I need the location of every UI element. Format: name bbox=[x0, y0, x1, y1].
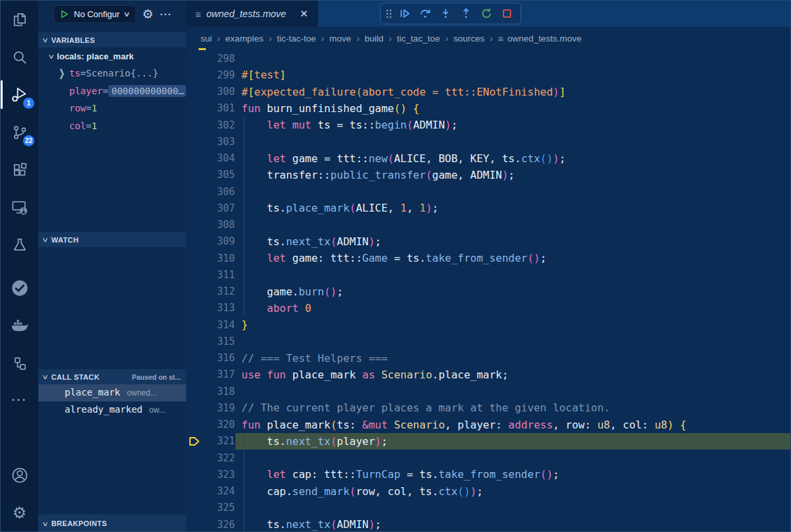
code-line[interactable]: 299#[test] bbox=[186, 67, 790, 83]
step-into-button[interactable] bbox=[436, 4, 455, 23]
breadcrumb-item[interactable]: owned_tests.move bbox=[507, 34, 582, 44]
code-line[interactable]: 307 ts.place_mark(ALICE, 1, 1); bbox=[186, 200, 790, 216]
variables-scope-row[interactable]: ∨ locals: place_mark bbox=[38, 47, 186, 65]
code-line[interactable]: 305 transfer::public_transfer(game, ADMI… bbox=[186, 167, 790, 183]
debug-more-actions-icon[interactable]: ··· bbox=[160, 9, 172, 20]
call-stack-section-header[interactable]: ∨ CALL STACK Paused on st... bbox=[38, 369, 186, 384]
line-number[interactable]: 305 bbox=[186, 169, 235, 181]
line-number[interactable]: 318 bbox=[186, 386, 235, 398]
code-line[interactable]: 306 bbox=[186, 183, 790, 200]
line-number[interactable]: 311 bbox=[186, 269, 235, 281]
line-number[interactable]: 314 bbox=[186, 319, 235, 331]
code-line[interactable]: 304 let game = ttt::new(ALICE, BOB, KEY,… bbox=[186, 150, 790, 167]
line-number[interactable]: 307 bbox=[186, 202, 235, 214]
launch-config-dropdown[interactable]: No Configur ∨ bbox=[53, 5, 136, 23]
code-line[interactable]: 321 ts.next_tx(player); bbox=[186, 433, 790, 450]
code-line[interactable]: 315 bbox=[186, 333, 790, 349]
code-line[interactable]: 319// The current player places a mark a… bbox=[186, 399, 790, 416]
line-number[interactable]: 300 bbox=[186, 86, 235, 98]
variables-section-header[interactable]: ∨ VARIABLES bbox=[38, 32, 186, 47]
remote-explorer-icon[interactable] bbox=[1, 189, 38, 226]
variable-row[interactable]: ❯ts = Scenario{...} bbox=[38, 65, 186, 82]
line-number[interactable]: 310 bbox=[186, 252, 235, 264]
line-number[interactable]: 324 bbox=[186, 485, 235, 497]
line-number[interactable]: 315 bbox=[186, 336, 235, 347]
watch-section-header[interactable]: ∨ WATCH bbox=[38, 232, 186, 247]
code-line[interactable]: 303 bbox=[186, 133, 790, 150]
extensions-icon[interactable] bbox=[1, 151, 38, 189]
line-number[interactable]: 308 bbox=[186, 219, 235, 231]
breadcrumb-item[interactable]: sui bbox=[201, 34, 212, 44]
more-views-icon[interactable]: ··· bbox=[1, 382, 38, 419]
breadcrumb-item[interactable]: tic-tac-toe bbox=[277, 34, 316, 44]
line-number[interactable]: 323 bbox=[186, 469, 235, 481]
code-line[interactable]: 324 cap.send_mark(row, col, ts.ctx()); bbox=[186, 483, 790, 500]
code-line[interactable]: 308 bbox=[186, 217, 790, 233]
line-number[interactable]: 320 bbox=[186, 419, 235, 430]
restart-button[interactable] bbox=[477, 4, 496, 23]
code-line[interactable]: 326 ts.next_tx(ADMIN); bbox=[186, 516, 790, 531]
code-line[interactable]: 311 bbox=[186, 266, 790, 283]
code-line[interactable]: 318 bbox=[186, 383, 790, 399]
line-number[interactable]: 313 bbox=[186, 302, 235, 314]
docker-icon[interactable] bbox=[1, 307, 38, 344]
line-number[interactable]: 319 bbox=[186, 402, 235, 414]
breadcrumb-item[interactable]: tic_tac_toe bbox=[397, 34, 440, 44]
run-and-debug-icon[interactable]: 1 bbox=[1, 76, 38, 113]
code-line[interactable]: 313 abort 0 bbox=[186, 300, 790, 316]
settings-gear-icon[interactable]: ⚙ bbox=[1, 494, 38, 531]
step-out-button[interactable] bbox=[457, 4, 476, 23]
line-number[interactable]: 316 bbox=[186, 352, 235, 364]
code-line[interactable]: 320fun place_mark(ts: &mut Scenario, pla… bbox=[186, 417, 790, 433]
code-line[interactable]: 310 let game: ttt::Game = ts.take_from_s… bbox=[186, 250, 790, 266]
line-number[interactable]: 301 bbox=[186, 102, 235, 114]
source-control-icon[interactable]: 22 bbox=[1, 113, 38, 151]
close-icon[interactable]: ✕ bbox=[297, 7, 311, 21]
line-number[interactable]: 322 bbox=[186, 452, 235, 464]
stop-button[interactable] bbox=[497, 4, 517, 23]
code-line[interactable]: 312 game.burn(); bbox=[186, 283, 790, 300]
code-line[interactable]: 316// === Test Helpers === bbox=[186, 350, 790, 367]
variable-row[interactable]: col = 1 bbox=[38, 117, 186, 135]
line-number[interactable]: 309 bbox=[186, 235, 235, 247]
code-line[interactable]: 322 bbox=[186, 450, 790, 466]
line-number[interactable]: 304 bbox=[186, 152, 235, 164]
call-stack-frame[interactable]: place_markowned... bbox=[38, 384, 186, 401]
line-number[interactable]: 312 bbox=[186, 285, 235, 297]
line-number[interactable]: 317 bbox=[186, 369, 235, 380]
call-stack-frame[interactable]: already_markedow... bbox=[38, 401, 186, 419]
task-check-icon[interactable] bbox=[1, 269, 38, 307]
chevron-right-icon[interactable]: ❯ bbox=[59, 67, 65, 79]
breadcrumb-item[interactable]: sources bbox=[453, 34, 484, 44]
code-editor[interactable]: 298299#[test]300#[expected_failure(abort… bbox=[186, 50, 790, 531]
hierarchy-icon[interactable] bbox=[1, 344, 38, 382]
code-line[interactable]: 314} bbox=[186, 316, 790, 333]
line-number[interactable]: 299 bbox=[186, 69, 235, 81]
code-line[interactable]: 301fun burn_unfinished_game() { bbox=[186, 100, 790, 117]
search-icon[interactable] bbox=[1, 38, 38, 76]
code-line[interactable]: 302 let mut ts = ts::begin(ADMIN); bbox=[186, 117, 790, 133]
line-number[interactable]: 303 bbox=[186, 136, 235, 148]
continue-button[interactable] bbox=[395, 4, 414, 23]
breakpoints-section-header[interactable]: ∨ BREAKPOINTS bbox=[38, 514, 186, 532]
explorer-icon[interactable] bbox=[1, 1, 38, 38]
code-line[interactable]: 309 ts.next_tx(ADMIN); bbox=[186, 233, 790, 250]
line-number[interactable]: 306 bbox=[186, 186, 235, 198]
accounts-icon[interactable] bbox=[1, 456, 38, 494]
step-over-button[interactable] bbox=[416, 4, 435, 23]
breadcrumb-item[interactable]: build bbox=[365, 34, 384, 44]
line-number[interactable]: 302 bbox=[186, 119, 235, 131]
code-line[interactable]: 317use fun place_mark as Scenario.place_… bbox=[186, 367, 790, 383]
line-number[interactable]: 298 bbox=[186, 53, 235, 65]
breadcrumb-item[interactable]: move bbox=[329, 34, 351, 44]
start-debug-icon[interactable] bbox=[59, 9, 69, 19]
code-line[interactable]: 323 let cap: ttt::TurnCap = ts.take_from… bbox=[186, 466, 790, 483]
variable-row[interactable]: row = 1 bbox=[38, 100, 186, 117]
testing-flask-icon[interactable] bbox=[1, 226, 38, 264]
code-line[interactable]: 298 bbox=[186, 50, 790, 67]
code-line[interactable]: 325 bbox=[186, 500, 790, 516]
debug-gear-icon[interactable]: ⚙ bbox=[142, 8, 153, 20]
breadcrumb-item[interactable]: examples bbox=[226, 34, 264, 44]
tab-owned-tests[interactable]: ≡ owned_tests.move ✕ bbox=[186, 1, 318, 27]
line-number[interactable]: 325 bbox=[186, 502, 235, 514]
